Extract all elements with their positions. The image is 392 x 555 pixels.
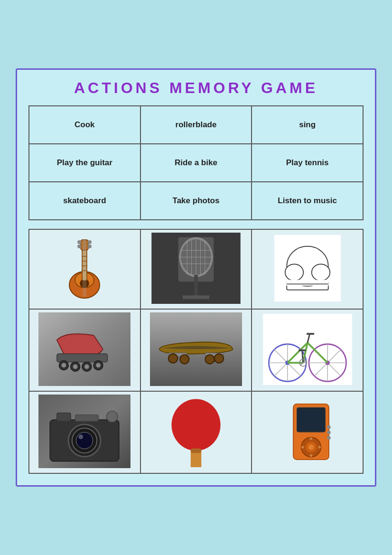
microphone-icon bbox=[149, 233, 243, 304]
cell-play-tennis: Play tennis bbox=[252, 144, 363, 182]
svg-point-107 bbox=[318, 446, 321, 449]
svg-point-53 bbox=[168, 354, 177, 363]
text-row-3: skateboard Take photos Listen to music bbox=[29, 182, 363, 220]
cell-cook: Cook bbox=[29, 106, 140, 144]
svg-point-6 bbox=[77, 240, 81, 244]
page: ACTIONS MEMORY GAME Cook rollerblade sin… bbox=[16, 68, 376, 487]
svg-rect-97 bbox=[298, 408, 324, 431]
svg-point-100 bbox=[327, 436, 331, 440]
camera-icon bbox=[37, 395, 132, 468]
svg-point-8 bbox=[88, 240, 92, 244]
cell-mp3-player-image bbox=[252, 391, 363, 473]
svg-point-105 bbox=[309, 454, 312, 457]
svg-point-99 bbox=[327, 431, 331, 434]
rollerblades-icon bbox=[37, 312, 132, 386]
cell-play-guitar: Play the guitar bbox=[29, 144, 140, 182]
chef-hat-icon bbox=[274, 235, 341, 301]
cell-rollerblade: rollerblade bbox=[140, 106, 252, 144]
svg-point-9 bbox=[88, 245, 92, 248]
cell-guitar-image bbox=[29, 229, 140, 309]
cell-listen-music: Listen to music bbox=[252, 182, 363, 220]
svg-rect-87 bbox=[57, 413, 71, 421]
svg-point-54 bbox=[180, 355, 189, 364]
text-row-2: Play the guitar Ride a bike Play tennis bbox=[29, 144, 363, 182]
cell-rollerblades-image bbox=[29, 309, 140, 391]
cell-sing: sing bbox=[252, 106, 363, 144]
guitar-icon bbox=[58, 235, 111, 301]
svg-point-46 bbox=[84, 364, 89, 369]
svg-point-104 bbox=[309, 437, 312, 440]
svg-point-85 bbox=[76, 432, 93, 449]
ping-pong-icon bbox=[151, 396, 241, 467]
svg-point-106 bbox=[301, 446, 304, 449]
cell-ride-bike: Ride a bike bbox=[140, 144, 252, 182]
svg-rect-36 bbox=[286, 280, 328, 286]
cell-skateboard: skateboard bbox=[29, 182, 140, 220]
text-row-1: Cook rollerblade sing bbox=[29, 106, 363, 144]
cell-chef-hat-image bbox=[252, 229, 363, 309]
svg-point-42 bbox=[62, 363, 66, 368]
svg-point-35 bbox=[311, 264, 330, 281]
svg-point-55 bbox=[205, 355, 214, 364]
image-table bbox=[28, 229, 364, 474]
cell-microphone-image bbox=[140, 229, 252, 309]
image-row-2 bbox=[29, 309, 363, 391]
cell-ping-pong-image bbox=[140, 391, 252, 473]
mp3-player-icon bbox=[262, 396, 353, 467]
svg-rect-93 bbox=[191, 448, 202, 452]
image-row-1 bbox=[29, 229, 363, 309]
cell-skateboard-image bbox=[140, 309, 252, 391]
cell-bicycle-image bbox=[252, 309, 363, 391]
cell-camera-image bbox=[29, 391, 140, 473]
svg-line-74 bbox=[302, 351, 303, 362]
svg-point-86 bbox=[79, 434, 84, 439]
bicycle-icon bbox=[262, 314, 353, 385]
svg-rect-29 bbox=[194, 275, 198, 297]
text-table: Cook rollerblade sing Play the guitar Ri… bbox=[28, 105, 364, 220]
svg-point-56 bbox=[215, 354, 224, 363]
image-row-3 bbox=[29, 391, 363, 473]
svg-point-103 bbox=[308, 444, 314, 450]
page-title: ACTIONS MEMORY GAME bbox=[28, 79, 364, 97]
svg-rect-88 bbox=[75, 415, 98, 422]
svg-point-91 bbox=[171, 399, 220, 451]
cell-take-photos: Take photos bbox=[140, 182, 252, 220]
skateboard-icon bbox=[149, 312, 243, 386]
svg-point-89 bbox=[107, 411, 118, 422]
svg-point-48 bbox=[96, 363, 101, 368]
svg-point-98 bbox=[327, 425, 331, 429]
svg-point-34 bbox=[285, 264, 303, 281]
svg-point-7 bbox=[77, 245, 81, 248]
svg-point-44 bbox=[73, 364, 78, 369]
